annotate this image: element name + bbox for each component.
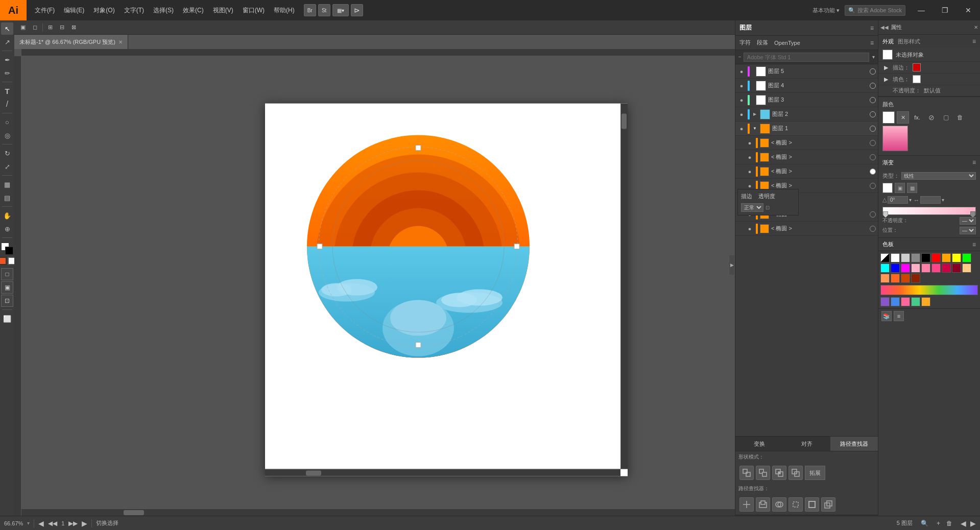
type-tool[interactable]: T [1,85,13,97]
swatch-purple[interactable] [880,297,890,306]
sublayer-3-visibility[interactable]: ● [746,167,754,176]
share-icon[interactable]: ⊳ [351,4,363,16]
swatch-yellow[interactable] [952,253,961,262]
trim-btn[interactable] [756,497,770,512]
sublayer-1-target[interactable] [870,140,876,146]
swatch-gray[interactable] [911,253,920,262]
gradient-position-select[interactable]: — [960,227,976,234]
swatch-add-btn[interactable]: 📚 [881,311,892,321]
menu-file[interactable]: 文件(F) [31,4,59,17]
last-page-btn[interactable]: ▶▶ [68,520,78,527]
appearance-tab[interactable]: 外观 [882,38,894,45]
gradient-bar[interactable] [882,207,976,215]
rotate-tool[interactable]: ↻ [1,147,13,159]
next-page-btn[interactable]: ▶ [82,519,87,527]
align-left-btn[interactable]: ⊞ [46,23,55,32]
zoom-dropdown[interactable]: ▾ [27,520,30,526]
sublayer-row-3[interactable]: ● < 椭圆 > [735,164,878,179]
pencil-tool[interactable]: ✏ [1,67,13,79]
appearance-menu-icon[interactable]: ≡ [972,38,976,45]
search-dropdown-icon[interactable]: ▾ [872,54,875,60]
menu-window[interactable]: 窗口(W) [238,4,269,17]
stock-icon[interactable]: St [318,4,330,16]
layer-row-4[interactable]: ● 图层 4 [735,79,878,93]
delete-layer-status-btn[interactable]: 🗑 [946,520,952,527]
gradient-type-select[interactable]: 线性 [901,172,976,180]
sublayer-2-target[interactable] [870,154,876,160]
swatch-cyan[interactable] [880,263,890,273]
pathfinder-tab[interactable]: 路径查找器 [830,437,878,451]
layers-menu-icon[interactable]: ≡ [870,25,874,32]
sublayer-row-2[interactable]: ● < 椭圆 > [735,150,878,164]
horizontal-scrollbar[interactable] [265,469,620,476]
first-page-btn[interactable]: ◀◀ [48,520,57,527]
sublayer-5-target[interactable] [870,211,876,218]
fill-color-swatch[interactable] [913,75,921,83]
transparency-tab[interactable]: 透明度 [758,192,775,200]
blend-mode-select[interactable]: 正常 [741,203,763,212]
intersect-shape-btn[interactable] [772,466,786,480]
menu-select[interactable]: 选择(S) [149,4,178,17]
gradient-length-input[interactable] [920,196,941,204]
vertical-scrollbar[interactable] [620,104,628,469]
swatch-peach[interactable] [962,263,971,273]
zoom-tool[interactable]: ⊕ [1,223,13,235]
angle-dropdown[interactable]: ▾ [909,197,912,203]
menu-edit[interactable]: 编辑(E) [60,4,88,17]
prev-page-btn[interactable]: ◀ [38,519,44,527]
sublayer-6-target[interactable] [870,226,876,232]
swatch-gradient-strip[interactable] [880,285,978,295]
pen-tool[interactable]: ✒ [1,54,13,66]
active-tab[interactable]: 未标题-1* @ 66.67% (RGB/GPU 预览) ✕ [14,35,128,49]
swatch-mint[interactable] [911,297,920,306]
search-layers-btn[interactable]: 🔍 [921,520,928,527]
crop-btn[interactable] [788,497,803,512]
gradient-fill-swatch[interactable] [882,183,893,193]
sublayer-2-visibility[interactable]: ● [746,153,754,161]
color-none-btn[interactable]: ✕ [897,111,909,124]
color-rect-btn[interactable] [882,111,895,124]
add-shape-btn[interactable] [739,466,754,480]
swatch-black[interactable] [921,253,930,262]
sublayer-4-target[interactable] [870,183,876,189]
swatch-brown[interactable] [911,274,920,283]
sublayer-6-visibility[interactable]: ● [746,225,754,233]
swatch-dark-red[interactable] [952,263,961,273]
layer-1-expand-arrow[interactable]: ▼ [752,126,758,132]
color-swatches[interactable] [1,243,13,255]
gradient-angle-input[interactable] [888,196,908,204]
sublayer-row-1[interactable]: ● < 椭圆 > [735,136,878,150]
draw-inside-btn[interactable]: ⊡ [1,295,13,307]
swatch-cornflower[interactable] [891,297,900,306]
minus-back-btn[interactable] [821,497,835,512]
merge-btn[interactable] [772,497,786,512]
layer-1-visibility[interactable]: ● [737,125,746,133]
swatch-salmon[interactable] [901,297,910,306]
tab-para[interactable]: 段落 [757,39,768,46]
gradient-preview[interactable] [882,126,908,151]
menu-object[interactable]: 对象(O) [89,4,118,17]
layer-2-target[interactable] [870,111,876,117]
swatch-magenta[interactable] [901,263,910,273]
sublayer-1-visibility[interactable]: ● [746,139,754,147]
right-panel-close[interactable]: ✕ [974,25,978,30]
fill-expand-icon[interactable]: ▶ [882,76,890,83]
scroll-right-btn[interactable]: ▶ [970,519,976,527]
swatch-dark-pink[interactable] [942,263,951,273]
draw-behind-btn[interactable]: ▣ [1,281,13,294]
gradient-stroke-swatch[interactable]: ▣ [895,183,905,193]
length-dropdown[interactable]: ▾ [942,197,944,203]
gradient-menu-icon[interactable]: ≡ [972,159,976,166]
tab-opentype[interactable]: OpenType [774,40,800,46]
stroke-tab[interactable]: 描边 [741,192,752,200]
menu-help[interactable]: 帮助(H) [270,4,299,17]
gradient-tile-btn[interactable]: ▦ [907,183,917,193]
swatch-lib-btn[interactable]: ≡ [894,311,904,321]
layer-4-visibility[interactable]: ● [737,82,746,90]
layer-3-target[interactable] [870,97,876,103]
swatches-menu-icon[interactable]: ≡ [972,241,976,248]
scroll-left-btn[interactable]: ◀ [961,519,966,527]
swatch-dark-orange[interactable] [901,274,910,283]
maximize-button[interactable]: ❐ [933,0,957,20]
arrange-icon[interactable]: ▦▾ [332,4,349,16]
